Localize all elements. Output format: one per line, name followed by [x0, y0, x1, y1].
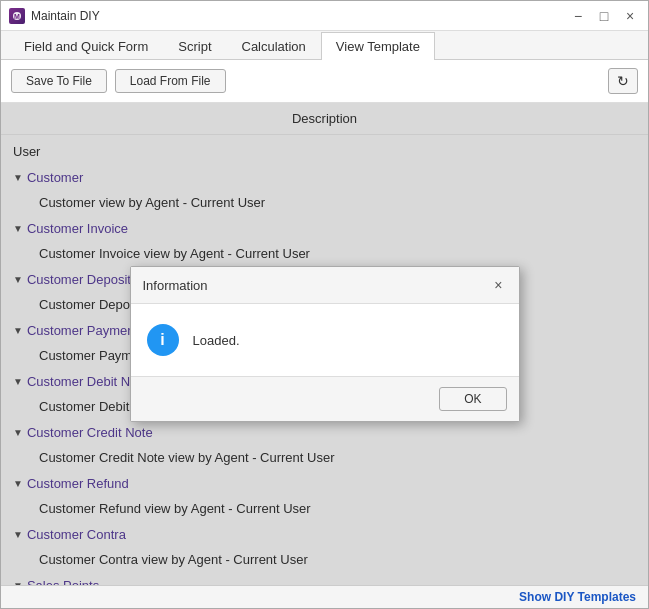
load-from-file-button[interactable]: Load From File [115, 69, 226, 93]
main-window: M Maintain DIY − □ × Field and Quick For… [0, 0, 649, 609]
close-button[interactable]: × [620, 6, 640, 26]
window-controls: − □ × [568, 6, 640, 26]
info-icon: i [147, 324, 179, 356]
tab-field-quick-form[interactable]: Field and Quick Form [9, 32, 163, 60]
information-dialog: Information × i Loaded. OK [130, 266, 520, 422]
status-bar: Show DIY Templates [1, 585, 648, 608]
modal-body: i Loaded. [131, 304, 519, 376]
toolbar: Save To File Load From File ↻ [1, 60, 648, 103]
modal-footer: OK [131, 376, 519, 421]
ok-button[interactable]: OK [439, 387, 506, 411]
maximize-button[interactable]: □ [594, 6, 614, 26]
show-diy-templates-link[interactable]: Show DIY Templates [519, 590, 636, 604]
modal-title-bar: Information × [131, 267, 519, 304]
save-to-file-button[interactable]: Save To File [11, 69, 107, 93]
app-icon: M [9, 8, 25, 24]
window-title: Maintain DIY [31, 9, 568, 23]
modal-overlay: Information × i Loaded. OK [1, 103, 648, 585]
svg-text:M: M [14, 13, 20, 20]
minimize-button[interactable]: − [568, 6, 588, 26]
tab-bar: Field and Quick Form Script Calculation … [1, 31, 648, 60]
tab-calculation[interactable]: Calculation [227, 32, 321, 60]
tab-script[interactable]: Script [163, 32, 226, 60]
modal-close-button[interactable]: × [490, 275, 506, 295]
refresh-button[interactable]: ↻ [608, 68, 638, 94]
title-bar: M Maintain DIY − □ × [1, 1, 648, 31]
content-area: Description User ▼ Customer Customer vie… [1, 103, 648, 585]
modal-message: Loaded. [193, 333, 240, 348]
modal-title: Information [143, 278, 208, 293]
tab-view-template[interactable]: View Template [321, 32, 435, 60]
